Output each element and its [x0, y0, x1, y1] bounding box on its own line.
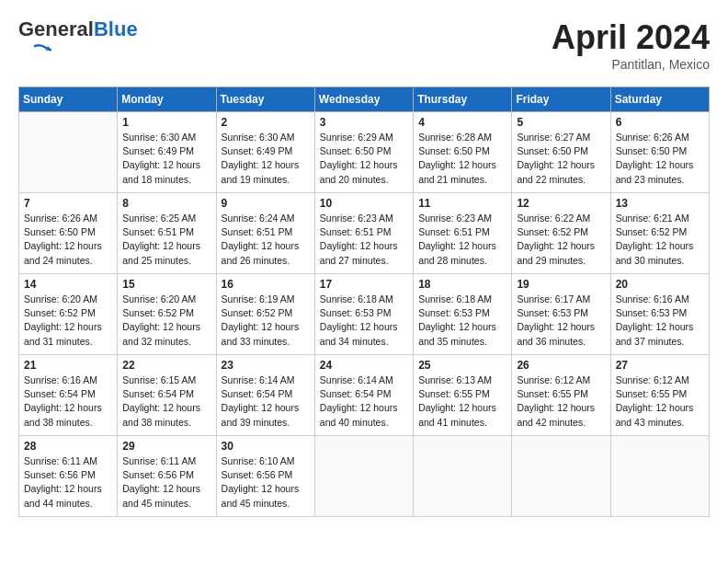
calendar-cell: 3Sunrise: 6:29 AMSunset: 6:50 PMDaylight…	[314, 112, 413, 193]
calendar-cell: 12Sunrise: 6:22 AMSunset: 6:52 PMDayligh…	[512, 193, 610, 274]
day-number: 11	[418, 197, 506, 210]
logo: GeneralBlue	[18, 18, 138, 57]
day-number: 14	[24, 278, 112, 291]
cell-info: Sunrise: 6:12 AMSunset: 6:55 PMDaylight:…	[517, 373, 605, 430]
calendar-cell: 15Sunrise: 6:20 AMSunset: 6:52 PMDayligh…	[118, 274, 216, 355]
calendar-cell: 1Sunrise: 6:30 AMSunset: 6:49 PMDaylight…	[118, 112, 216, 193]
cell-info: Sunrise: 6:26 AMSunset: 6:50 PMDaylight:…	[24, 212, 112, 268]
calendar-cell: 4Sunrise: 6:28 AMSunset: 6:50 PMDaylight…	[414, 112, 512, 193]
calendar-week-1: 1Sunrise: 6:30 AMSunset: 6:49 PMDaylight…	[19, 112, 710, 193]
day-number: 25	[418, 359, 506, 372]
calendar-cell: 18Sunrise: 6:18 AMSunset: 6:53 PMDayligh…	[414, 274, 512, 355]
day-number: 19	[517, 278, 605, 291]
logo-wave-icon	[18, 44, 51, 53]
cell-info: Sunrise: 6:27 AMSunset: 6:50 PMDaylight:…	[517, 131, 605, 187]
calendar-cell: 13Sunrise: 6:21 AMSunset: 6:52 PMDayligh…	[610, 193, 709, 274]
calendar-cell: 11Sunrise: 6:23 AMSunset: 6:51 PMDayligh…	[414, 193, 512, 274]
calendar-cell: 30Sunrise: 6:10 AMSunset: 6:56 PMDayligh…	[216, 436, 314, 517]
cell-info: Sunrise: 6:24 AMSunset: 6:51 PMDaylight:…	[222, 212, 310, 268]
day-number: 20	[616, 278, 704, 291]
day-number: 21	[24, 359, 112, 372]
cell-info: Sunrise: 6:18 AMSunset: 6:53 PMDaylight:…	[418, 293, 506, 349]
calendar-cell	[414, 436, 512, 517]
calendar-cell: 8Sunrise: 6:25 AMSunset: 6:51 PMDaylight…	[118, 193, 216, 274]
cell-info: Sunrise: 6:20 AMSunset: 6:52 PMDaylight:…	[24, 293, 112, 349]
calendar-cell: 24Sunrise: 6:14 AMSunset: 6:54 PMDayligh…	[314, 355, 413, 436]
calendar-cell: 28Sunrise: 6:11 AMSunset: 6:56 PMDayligh…	[19, 436, 118, 517]
day-number: 15	[122, 278, 210, 291]
column-header-wednesday: Wednesday	[314, 87, 413, 112]
cell-info: Sunrise: 6:22 AMSunset: 6:52 PMDaylight:…	[517, 212, 605, 268]
day-number: 22	[122, 359, 210, 372]
column-header-thursday: Thursday	[414, 87, 512, 112]
calendar-cell: 14Sunrise: 6:20 AMSunset: 6:52 PMDayligh…	[19, 274, 118, 355]
calendar-week-5: 28Sunrise: 6:11 AMSunset: 6:56 PMDayligh…	[19, 436, 710, 517]
cell-info: Sunrise: 6:16 AMSunset: 6:53 PMDaylight:…	[616, 293, 704, 349]
title-block: April 2024 Pantitlan, Mexico	[552, 18, 710, 72]
cell-info: Sunrise: 6:16 AMSunset: 6:54 PMDaylight:…	[24, 373, 112, 430]
calendar-week-2: 7Sunrise: 6:26 AMSunset: 6:50 PMDaylight…	[19, 193, 710, 274]
calendar-cell: 5Sunrise: 6:27 AMSunset: 6:50 PMDaylight…	[512, 112, 610, 193]
day-number: 6	[616, 116, 704, 129]
day-number: 10	[320, 197, 408, 210]
cell-info: Sunrise: 6:30 AMSunset: 6:49 PMDaylight:…	[222, 131, 310, 187]
column-header-tuesday: Tuesday	[216, 87, 314, 112]
day-number: 4	[418, 116, 506, 129]
title-location: Pantitlan, Mexico	[552, 57, 710, 72]
calendar-week-3: 14Sunrise: 6:20 AMSunset: 6:52 PMDayligh…	[19, 274, 710, 355]
title-month: April 2024	[552, 18, 710, 57]
cell-info: Sunrise: 6:17 AMSunset: 6:53 PMDaylight:…	[517, 293, 605, 349]
calendar-cell: 27Sunrise: 6:12 AMSunset: 6:55 PMDayligh…	[610, 355, 709, 436]
calendar-cell: 19Sunrise: 6:17 AMSunset: 6:53 PMDayligh…	[512, 274, 610, 355]
cell-info: Sunrise: 6:13 AMSunset: 6:55 PMDaylight:…	[418, 373, 506, 430]
column-header-sunday: Sunday	[19, 87, 118, 112]
calendar-cell	[19, 112, 118, 193]
logo-general-text: General	[18, 17, 94, 40]
calendar-cell: 16Sunrise: 6:19 AMSunset: 6:52 PMDayligh…	[216, 274, 314, 355]
day-number: 1	[122, 116, 210, 129]
cell-info: Sunrise: 6:26 AMSunset: 6:50 PMDaylight:…	[616, 131, 704, 187]
logo-blue-text: Blue	[94, 17, 138, 40]
cell-info: Sunrise: 6:23 AMSunset: 6:51 PMDaylight:…	[418, 212, 506, 268]
calendar-cell	[314, 436, 413, 517]
calendar-cell	[610, 436, 709, 517]
day-number: 12	[517, 197, 605, 210]
cell-info: Sunrise: 6:14 AMSunset: 6:54 PMDaylight:…	[320, 373, 408, 430]
cell-info: Sunrise: 6:23 AMSunset: 6:51 PMDaylight:…	[320, 212, 408, 268]
day-number: 30	[222, 440, 310, 453]
day-number: 28	[24, 440, 112, 453]
day-number: 26	[517, 359, 605, 372]
day-number: 8	[122, 197, 210, 210]
calendar-cell: 20Sunrise: 6:16 AMSunset: 6:53 PMDayligh…	[610, 274, 709, 355]
cell-info: Sunrise: 6:14 AMSunset: 6:54 PMDaylight:…	[222, 373, 310, 430]
column-header-friday: Friday	[512, 87, 610, 112]
cell-info: Sunrise: 6:19 AMSunset: 6:52 PMDaylight:…	[222, 293, 310, 349]
cell-info: Sunrise: 6:15 AMSunset: 6:54 PMDaylight:…	[122, 373, 210, 430]
cell-info: Sunrise: 6:30 AMSunset: 6:49 PMDaylight:…	[122, 131, 210, 187]
day-number: 27	[616, 359, 704, 372]
cell-info: Sunrise: 6:25 AMSunset: 6:51 PMDaylight:…	[122, 212, 210, 268]
calendar-cell: 29Sunrise: 6:11 AMSunset: 6:56 PMDayligh…	[118, 436, 216, 517]
column-header-saturday: Saturday	[610, 87, 709, 112]
calendar-cell: 17Sunrise: 6:18 AMSunset: 6:53 PMDayligh…	[314, 274, 413, 355]
cell-info: Sunrise: 6:20 AMSunset: 6:52 PMDaylight:…	[122, 293, 210, 349]
calendar-week-4: 21Sunrise: 6:16 AMSunset: 6:54 PMDayligh…	[19, 355, 710, 436]
day-number: 17	[320, 278, 408, 291]
calendar-cell: 22Sunrise: 6:15 AMSunset: 6:54 PMDayligh…	[118, 355, 216, 436]
day-number: 13	[616, 197, 704, 210]
calendar-header-row: SundayMondayTuesdayWednesdayThursdayFrid…	[19, 87, 710, 112]
day-number: 29	[122, 440, 210, 453]
page-header: GeneralBlue April 2024 Pantitlan, Mexico	[18, 18, 710, 72]
calendar-cell: 2Sunrise: 6:30 AMSunset: 6:49 PMDaylight…	[216, 112, 314, 193]
calendar-cell: 25Sunrise: 6:13 AMSunset: 6:55 PMDayligh…	[414, 355, 512, 436]
day-number: 3	[320, 116, 408, 129]
cell-info: Sunrise: 6:18 AMSunset: 6:53 PMDaylight:…	[320, 293, 408, 349]
calendar-cell: 21Sunrise: 6:16 AMSunset: 6:54 PMDayligh…	[19, 355, 118, 436]
calendar-cell: 7Sunrise: 6:26 AMSunset: 6:50 PMDaylight…	[19, 193, 118, 274]
day-number: 24	[320, 359, 408, 372]
cell-info: Sunrise: 6:21 AMSunset: 6:52 PMDaylight:…	[616, 212, 704, 268]
calendar-table: SundayMondayTuesdayWednesdayThursdayFrid…	[18, 86, 710, 517]
calendar-cell: 9Sunrise: 6:24 AMSunset: 6:51 PMDaylight…	[216, 193, 314, 274]
day-number: 5	[517, 116, 605, 129]
cell-info: Sunrise: 6:11 AMSunset: 6:56 PMDaylight:…	[24, 454, 112, 511]
